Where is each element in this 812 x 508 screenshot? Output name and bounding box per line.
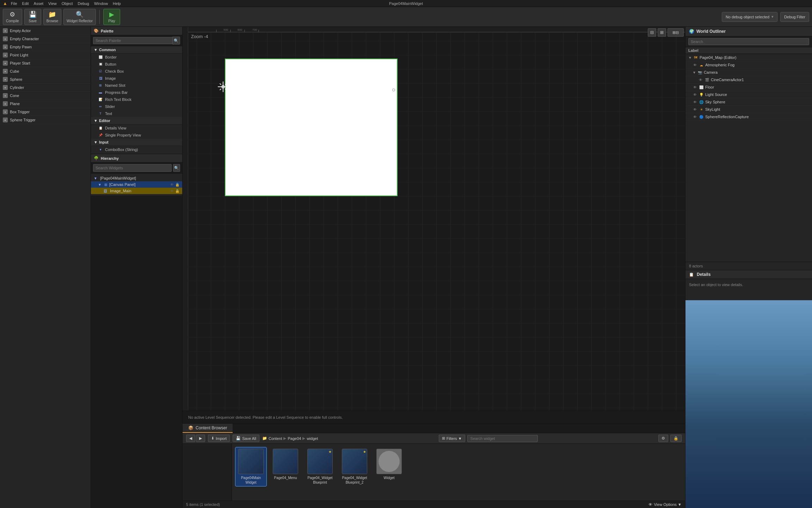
image-icon: 🖼 <box>98 76 103 81</box>
menu-file[interactable]: File <box>11 1 17 6</box>
actor-item[interactable]: ▪Empty Actor <box>0 27 91 35</box>
asset-page04blueprint[interactable]: ★ Page04_Widget Blueprint <box>304 447 336 486</box>
palette-item-image[interactable]: 🖼Image <box>91 75 182 82</box>
asset-widget[interactable]: Widget <box>374 447 405 486</box>
actor-item[interactable]: ▪Point Light <box>0 51 91 59</box>
breadcrumb-page04[interactable]: Page04 <box>288 436 301 441</box>
actor-item[interactable]: ▪Cone <box>0 92 91 100</box>
menu-debug[interactable]: Debug <box>78 1 89 6</box>
view-options-button[interactable]: 👁 View Options ▼ <box>648 502 682 507</box>
filters-button[interactable]: ⊞ Filters ▼ <box>439 435 465 442</box>
palette-search-input[interactable] <box>93 37 172 44</box>
breadcrumb: 📁 Content ▶ Page04 ▶ widget <box>262 436 318 441</box>
cb-search-input[interactable] <box>467 435 538 442</box>
actor-item[interactable]: ▪Cylinder <box>0 84 91 92</box>
palette-item-text[interactable]: TText <box>91 110 182 117</box>
cb-settings-button[interactable]: ⚙ <box>658 435 668 442</box>
top-menu-bar: ▲ File Edit Asset View Object Debug Wind… <box>0 0 812 7</box>
palette-item-rich-text[interactable]: 📝Rich Text Block <box>91 96 182 103</box>
hierarchy-search-button[interactable]: 🔍 <box>173 164 180 172</box>
outliner-item-map[interactable]: ▼ 🗺 Page04_Map (Editor) <box>685 54 812 61</box>
hierarchy-icon: 🌳 <box>94 156 99 161</box>
lock-icon[interactable]: 🔒 <box>175 183 179 187</box>
content-browser-tabs: 📦 Content Browser <box>183 424 685 433</box>
outliner-item-light[interactable]: 👁 💡 Light Source <box>685 91 812 98</box>
world-outliner-search-input[interactable] <box>688 38 809 45</box>
palette-item-checkbox[interactable]: ☑Check Box <box>91 68 182 75</box>
palette-item-details-view[interactable]: 📋Details View <box>91 125 182 132</box>
play-button[interactable]: ▶ Play <box>103 9 120 25</box>
debug-object-dropdown[interactable]: No debug object selected ▾ <box>722 12 777 22</box>
debug-filter-button[interactable]: Debug Filter <box>780 12 809 22</box>
breadcrumb-content[interactable]: Content <box>269 436 282 441</box>
actor-item[interactable]: ▪Empty Character <box>0 35 91 43</box>
canvas-zoom-in[interactable]: ⊞ <box>658 28 666 37</box>
actor-item[interactable]: ▪Player Start <box>0 59 91 67</box>
compile-button[interactable]: ⚙ Compile <box>3 9 22 25</box>
hierarchy-item-canvas[interactable]: ▼ ⊞ [Canvas Panel] 👁 🔒 <box>91 181 182 188</box>
cb-right-controls: ⚙ 🔒 <box>658 435 682 442</box>
content-browser-icon: 📦 <box>188 425 193 430</box>
cb-forward-button[interactable]: ▶ <box>196 435 205 442</box>
outliner-item-floor[interactable]: 👁 ⬜ Floor <box>685 84 812 91</box>
outliner-item-cinecam[interactable]: 👁 🎬 CineCameraActor1 <box>685 76 812 84</box>
content-browser-tab[interactable]: 📦 Content Browser <box>183 424 233 433</box>
asset-page04menu[interactable]: Page04_Menu <box>270 447 301 486</box>
palette-item-combobox[interactable]: ▾ComboBox (String) <box>91 146 182 153</box>
palette-item-border[interactable]: ⬜Border <box>91 54 182 61</box>
menu-window[interactable]: Window <box>94 1 108 6</box>
palette-item-named-slot[interactable]: ⊞Named Slot <box>91 82 182 89</box>
actor-item[interactable]: ▪Plane <box>0 100 91 108</box>
save-button[interactable]: 💾 Save <box>24 9 41 25</box>
visibility-icon[interactable]: 👁 <box>170 183 174 187</box>
asset-page04blueprint2[interactable]: ★ Page04_Widget Blueprint_2 <box>339 447 370 486</box>
named-slot-icon: ⊞ <box>98 83 103 88</box>
actor-item[interactable]: ▪Cube <box>0 67 91 75</box>
actor-item[interactable]: ▪Sphere Trigger <box>0 116 91 124</box>
widget-icon-grid-2 <box>284 455 287 467</box>
canvas-panel-icon: ⊞ <box>104 183 107 187</box>
canvas-zoom-out[interactable]: ⊟ <box>648 28 656 37</box>
palette-group-input[interactable]: ▼ Input <box>91 139 182 146</box>
image-actions: 👁 🔒 <box>170 189 179 193</box>
widget-canvas[interactable] <box>225 59 398 196</box>
lock-icon[interactable]: 🔒 <box>175 189 179 193</box>
palette-item-progress-bar[interactable]: ▬Progress Bar <box>91 89 182 96</box>
save-all-button[interactable]: 💾 Save All <box>233 435 259 442</box>
palette-search-button[interactable]: 🔍 <box>172 37 180 44</box>
menu-object[interactable]: Object <box>62 1 73 6</box>
outliner-item-reflection[interactable]: 👁 🔵 SphereReflectionCapture <box>685 113 812 121</box>
menu-view[interactable]: View <box>48 1 57 6</box>
menu-edit[interactable]: Edit <box>22 1 29 6</box>
palette-group-editor[interactable]: ▼ Editor <box>91 117 182 125</box>
outliner-item-camera[interactable]: ▼ 📷 Camera <box>685 69 812 76</box>
actor-item[interactable]: ▪Box Trigger <box>0 108 91 116</box>
hierarchy-item-root[interactable]: ▼ [Page04MainWidget] <box>91 175 182 181</box>
actor-item[interactable]: ▪Sphere <box>0 75 91 84</box>
cb-back-button[interactable]: ◀ <box>186 435 195 442</box>
palette-item-slider[interactable]: ⇔Slider <box>91 103 182 110</box>
widget-reflector-button[interactable]: 🔍 Widget Reflector <box>63 9 96 25</box>
visibility-icon[interactable]: 👁 <box>170 189 174 193</box>
browse-button[interactable]: 📁 Browse <box>43 9 61 25</box>
actor-item[interactable]: ▪Empty Pawn <box>0 43 91 51</box>
canvas-handle[interactable] <box>392 89 395 91</box>
outliner-item-skylight[interactable]: 👁 ☀ SkyLight <box>685 106 812 113</box>
palette-item-button[interactable]: 🔲Button <box>91 61 182 68</box>
outliner-item-skysphere[interactable]: 👁 🌐 Sky Sphere <box>685 98 812 106</box>
palette-item-single-prop[interactable]: 📌Single Property View <box>91 132 182 139</box>
menu-asset[interactable]: Asset <box>34 1 44 6</box>
breadcrumb-widget[interactable]: widget <box>307 436 318 441</box>
import-button[interactable]: ⬇ Import <box>208 435 230 442</box>
hierarchy-search-input[interactable] <box>93 164 172 172</box>
hierarchy-item-image[interactable]: 🖼 Image_Main 👁 🔒 <box>91 188 182 194</box>
asset-page04main[interactable]: Page04Main Widget <box>235 447 266 486</box>
palette-group-common[interactable]: ▼ Common <box>91 46 182 54</box>
cb-lock-button[interactable]: 🔒 <box>670 435 682 442</box>
outliner-item-fog[interactable]: 👁 ☁ Atmospheric Fog <box>685 61 812 69</box>
canvas-view-toggle[interactable]: ⊞⊟ <box>668 28 684 37</box>
canvas-wrapper[interactable]: 500 600 700 Zoom -4 <box>183 27 685 411</box>
menu-help[interactable]: Help <box>113 1 121 6</box>
canvas-cursor <box>218 81 228 92</box>
item-label: Check Box <box>105 69 124 73</box>
